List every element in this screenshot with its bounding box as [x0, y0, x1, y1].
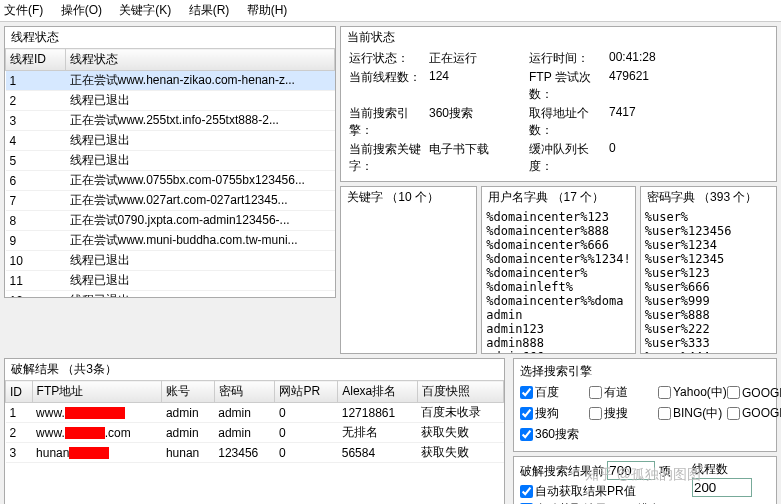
list-item[interactable]: %user%12345	[645, 252, 772, 266]
pass-list[interactable]: %user%%user%123456%user%1234%user%12345%…	[641, 208, 776, 353]
table-row[interactable]: 11线程已退出	[6, 271, 335, 291]
keyword-dict-panel: 关键字 （10 个）	[340, 186, 477, 354]
keyword-list[interactable]	[341, 208, 476, 353]
table-row[interactable]: 3正在尝试www.255txt.info-255txt888-2...	[6, 111, 335, 131]
menu-result[interactable]: 结果(R)	[189, 3, 230, 17]
list-item[interactable]: %user%222	[645, 322, 772, 336]
options-panel: 破解搜索结果前 项 自动获取结果PR值 自动获取结果Alexa排名 自动获取百度…	[513, 456, 777, 504]
list-item[interactable]: %domaincenter%	[486, 266, 631, 280]
list-item[interactable]: %user%123456	[645, 224, 772, 238]
keyword-dict-title: 关键字 （10 个）	[341, 187, 476, 208]
list-item[interactable]: %domaincenter%888	[486, 224, 631, 238]
list-item[interactable]: %user%123	[645, 266, 772, 280]
table-row[interactable]: 5线程已退出	[6, 151, 335, 171]
menu-operate[interactable]: 操作(O)	[61, 3, 102, 17]
list-item[interactable]: admin	[486, 308, 631, 322]
user-dict-panel: 用户名字典 （17 个） %domaincenter%123%domaincen…	[481, 186, 636, 354]
menu-bar: 文件(F) 操作(O) 关键字(K) 结果(R) 帮助(H)	[0, 0, 781, 22]
search-engine-panel: 选择搜索引擎 百度有道Yahoo(中)GOOGLE(HK) 搜狗搜搜BING(中…	[513, 358, 777, 452]
table-row[interactable]: 9正在尝试www.muni-buddha.com.tw-muni...	[6, 231, 335, 251]
table-row[interactable]: 10线程已退出	[6, 251, 335, 271]
thread-panel-title: 线程状态	[5, 27, 335, 48]
engines-title: 选择搜索引擎	[520, 363, 770, 384]
col-thread-status[interactable]: 线程状态	[66, 49, 335, 71]
list-item[interactable]: %user%333	[645, 336, 772, 350]
engine-checkbox[interactable]: 百度	[520, 384, 581, 401]
engine-checkbox[interactable]: 搜搜	[589, 405, 650, 422]
table-row[interactable]: 12线程已退出	[6, 291, 335, 298]
menu-keyword[interactable]: 关键字(K)	[119, 3, 171, 17]
engine-checkbox[interactable]: 360搜索	[520, 426, 581, 443]
user-list[interactable]: %domaincenter%123%domaincenter%888%domai…	[482, 208, 635, 353]
pass-dict-title: 密码字典 （393 个）	[641, 187, 776, 208]
table-row[interactable]: 7正在尝试www.027art.com-027art12345...	[6, 191, 335, 211]
list-item[interactable]: %domainleft%	[486, 280, 631, 294]
list-item[interactable]: %user%999	[645, 294, 772, 308]
list-item[interactable]: %domaincenter%123	[486, 210, 631, 224]
list-item[interactable]: %domaincenter%%1234!	[486, 252, 631, 266]
user-dict-title: 用户名字典 （17 个）	[482, 187, 635, 208]
table-row[interactable]: 1正在尝试www.henan-zikao.com-henan-z...	[6, 71, 335, 91]
list-item[interactable]: admin666	[486, 350, 631, 353]
engine-checkbox[interactable]: GOOGLE(HK)	[727, 384, 781, 401]
table-row[interactable]: 2www..comadminadmin0无排名获取失败	[6, 423, 504, 443]
list-item[interactable]: %user%444	[645, 350, 772, 353]
table-row[interactable]: 1www.adminadmin012718861百度未收录	[6, 403, 504, 423]
engine-checkbox[interactable]: Yahoo(中)	[658, 384, 719, 401]
list-item[interactable]: admin123	[486, 322, 631, 336]
prefetch-label: 破解搜索结果前	[520, 464, 604, 478]
results-title: 破解结果 （共3条）	[5, 359, 504, 380]
threads-label: 线程数	[692, 461, 770, 478]
status-title: 当前状态	[341, 27, 776, 48]
prefetch-unit: 项	[659, 464, 671, 478]
engine-checkbox[interactable]: BING(中)	[658, 405, 719, 422]
list-item[interactable]: admin888	[486, 336, 631, 350]
engine-checkbox[interactable]: 搜狗	[520, 405, 581, 422]
threads-input[interactable]	[692, 478, 752, 497]
menu-file[interactable]: 文件(F)	[4, 3, 43, 17]
thread-table[interactable]: 线程ID 线程状态 1正在尝试www.henan-zikao.com-henan…	[5, 48, 335, 297]
thread-status-panel: 线程状态 线程ID 线程状态 1正在尝试www.henan-zikao.com-…	[4, 26, 336, 298]
table-row[interactable]: 4线程已退出	[6, 131, 335, 151]
engine-checkbox[interactable]: 有道	[589, 384, 650, 401]
list-item[interactable]: %user%888	[645, 308, 772, 322]
results-panel: 破解结果 （共3条） IDFTP地址账号密码网站PRAlexa排名百度快照 1w…	[4, 358, 505, 504]
engine-checkbox[interactable]: GOOGLE(英)	[727, 405, 781, 422]
table-row[interactable]: 2线程已退出	[6, 91, 335, 111]
list-item[interactable]: %user%666	[645, 280, 772, 294]
prefetch-input[interactable]	[607, 461, 655, 480]
col-thread-id[interactable]: 线程ID	[6, 49, 66, 71]
results-table[interactable]: IDFTP地址账号密码网站PRAlexa排名百度快照 1www.adminadm…	[5, 380, 504, 463]
list-item[interactable]: %user%1234	[645, 238, 772, 252]
menu-help[interactable]: 帮助(H)	[247, 3, 288, 17]
list-item[interactable]: %domaincenter%666	[486, 238, 631, 252]
list-item[interactable]: %domaincenter%%doma	[486, 294, 631, 308]
pass-dict-panel: 密码字典 （393 个） %user%%user%123456%user%123…	[640, 186, 777, 354]
current-status-panel: 当前状态 运行状态：正在运行运行时间：00:41:28当前线程数：124FTP …	[340, 26, 777, 182]
table-row[interactable]: 6正在尝试www.0755bx.com-0755bx123456...	[6, 171, 335, 191]
list-item[interactable]: %user%	[645, 210, 772, 224]
opt-pr-checkbox[interactable]	[520, 485, 533, 498]
table-row[interactable]: 8正在尝试0790.jxpta.com-admin123456-...	[6, 211, 335, 231]
table-row[interactable]: 3hunanhunan123456056584获取失败	[6, 443, 504, 463]
